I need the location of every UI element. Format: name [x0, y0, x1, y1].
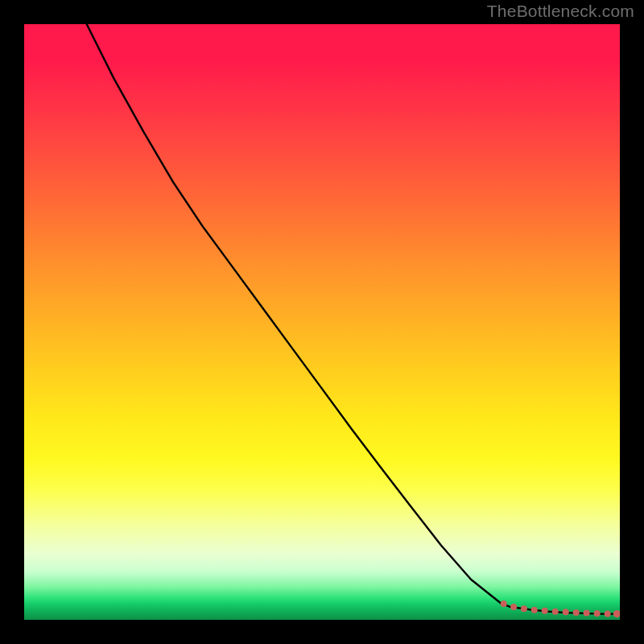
bottleneck-curve	[87, 24, 620, 614]
plot-area	[24, 24, 620, 620]
selected-range-dot	[510, 604, 517, 610]
selected-range-dot	[552, 609, 559, 615]
selected-range-dot	[521, 605, 527, 612]
selected-range-dot	[542, 608, 548, 614]
chart-overlay	[24, 24, 620, 620]
chart-stage: TheBottleneck.com	[0, 0, 644, 644]
selected-range-markers	[501, 601, 620, 617]
selected-range-dot	[573, 609, 580, 616]
watermark-text: TheBottleneck.com	[487, 2, 634, 21]
selected-range-dot	[594, 610, 601, 617]
selected-range-dot	[563, 609, 569, 615]
selected-range-dot	[605, 610, 611, 617]
selected-range-dot	[613, 610, 620, 617]
selected-range-dot	[531, 607, 538, 613]
selected-range-dot	[501, 601, 507, 607]
selected-range-dot	[584, 610, 590, 617]
